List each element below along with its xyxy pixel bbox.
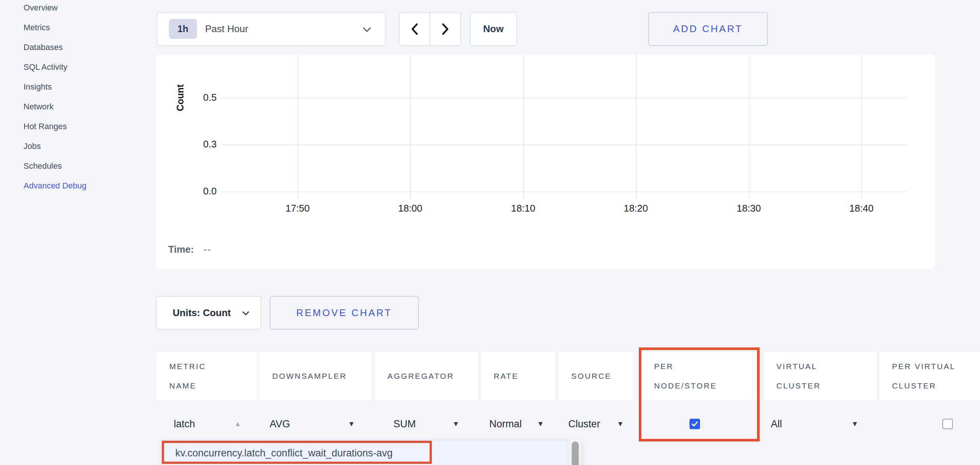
sidebar-item-sql-activity[interactable]: SQL Activity xyxy=(24,57,86,77)
chevron-down-icon xyxy=(242,311,250,316)
sidebar-item-overview[interactable]: Overview xyxy=(24,0,86,18)
downsampler-select-value[interactable]: AVG xyxy=(270,419,290,430)
column-header-virtual-cluster: VIRTUAL CLUSTER xyxy=(764,352,877,400)
x-tick-label: 18:40 xyxy=(835,203,888,214)
sidebar-item-network[interactable]: Network xyxy=(24,97,86,117)
sidebar-item-metrics[interactable]: Metrics xyxy=(24,18,86,37)
source-select-value[interactable]: Cluster xyxy=(568,419,600,430)
metric-name-input[interactable]: latch xyxy=(174,419,195,430)
x-tick-label: 18:00 xyxy=(384,203,436,214)
per-virtual-cluster-checkbox[interactable] xyxy=(942,419,953,429)
units-select-value: Units: Count xyxy=(173,297,231,329)
chevron-down-icon xyxy=(363,27,371,32)
sidebar-item-schedules[interactable]: Schedules xyxy=(24,156,86,176)
dropdown-arrow-icon[interactable]: ▼ xyxy=(617,420,624,428)
virtual-cluster-select-value[interactable]: All xyxy=(771,419,782,430)
scrollbar-thumb[interactable] xyxy=(572,441,579,465)
y-tick-label: 0.0 xyxy=(179,185,217,197)
column-header-per-node-store: PER NODE/STORE xyxy=(641,352,757,400)
column-header-label: AGGREGATOR xyxy=(387,366,454,386)
metric-suggestions-dropdown: kv.concurrency.latch_conflict_wait_durat… xyxy=(163,439,581,465)
check-icon xyxy=(690,420,699,428)
y-tick-label: 0.3 xyxy=(179,139,217,150)
dropdown-arrow-icon[interactable]: ▼ xyxy=(537,420,544,428)
dropdown-arrow-icon[interactable]: ▼ xyxy=(452,420,460,428)
y-tick-label: 0.5 xyxy=(179,92,217,103)
x-tick-label: 18:10 xyxy=(497,203,549,214)
dropdown-open-arrow-icon[interactable]: ▲ xyxy=(234,420,241,428)
time-range-selector[interactable]: 1h Past Hour xyxy=(157,12,386,46)
column-header-label: METRIC NAME xyxy=(169,357,235,396)
column-header-metric-name: METRIC NAME xyxy=(157,352,256,400)
metric-suggestion-item[interactable]: kv.concurrency.latch_conflict_wait_durat… xyxy=(165,441,566,465)
per-node-store-checkbox[interactable] xyxy=(689,419,700,429)
add-chart-button[interactable]: ADD CHART xyxy=(648,12,768,46)
sidebar-nav: Overview Metrics Databases SQL Activity … xyxy=(0,0,156,465)
column-header-label: PER VIRTUAL CLUSTER xyxy=(892,357,976,396)
sidebar-item-insights[interactable]: Insights xyxy=(24,77,86,97)
remove-chart-button[interactable]: REMOVE CHART xyxy=(270,296,419,329)
column-header-rate: RATE xyxy=(481,352,556,400)
column-header-label: DOWNSAMPLER xyxy=(272,366,347,386)
sidebar-item-jobs[interactable]: Jobs xyxy=(24,136,86,156)
time-range-label: Past Hour xyxy=(205,13,248,45)
column-header-label: PER NODE/STORE xyxy=(654,357,738,396)
column-header-aggregator: AGGREGATOR xyxy=(375,352,478,400)
hover-time-readout: Time:-- xyxy=(168,244,212,255)
x-tick-label: 17:50 xyxy=(272,203,324,214)
sidebar-item-advanced-debug[interactable]: Advanced Debug xyxy=(24,176,86,195)
prev-time-button[interactable] xyxy=(400,13,430,45)
column-header-label: SOURCE xyxy=(571,366,612,386)
scrollbar-track[interactable] xyxy=(570,439,581,465)
column-header-per-virtual-cluster: PER VIRTUAL CLUSTER xyxy=(879,352,980,400)
sidebar-item-databases[interactable]: Databases xyxy=(24,37,86,57)
hover-time-value: -- xyxy=(204,244,212,255)
dropdown-arrow-icon[interactable]: ▼ xyxy=(348,420,355,428)
dropdown-arrow-icon[interactable]: ▼ xyxy=(851,420,858,428)
rate-select-value[interactable]: Normal xyxy=(489,419,522,430)
column-header-label: RATE xyxy=(494,366,518,386)
x-tick-label: 18:20 xyxy=(610,203,662,214)
chevron-right-icon xyxy=(441,23,449,35)
chart-plot-area[interactable] xyxy=(221,54,907,200)
next-time-button[interactable] xyxy=(430,13,460,45)
time-range-badge: 1h xyxy=(169,19,197,39)
custom-chart-card: Count 0.5 0.3 0.0 17:50 18:00 18:10 18:2… xyxy=(156,54,935,269)
column-header-source: SOURCE xyxy=(558,352,632,400)
x-tick-label: 18:30 xyxy=(723,203,775,214)
hover-time-label: Time: xyxy=(168,244,194,255)
now-button[interactable]: Now xyxy=(470,12,517,46)
column-header-label: VIRTUAL CLUSTER xyxy=(776,357,842,396)
chevron-left-icon xyxy=(410,23,419,35)
units-select[interactable]: Units: Count xyxy=(156,296,261,329)
column-header-downsampler: DOWNSAMPLER xyxy=(259,352,372,400)
sidebar-item-hot-ranges[interactable]: Hot Ranges xyxy=(24,117,86,136)
aggregator-select-value[interactable]: SUM xyxy=(393,419,416,430)
time-step-buttons xyxy=(399,12,461,46)
